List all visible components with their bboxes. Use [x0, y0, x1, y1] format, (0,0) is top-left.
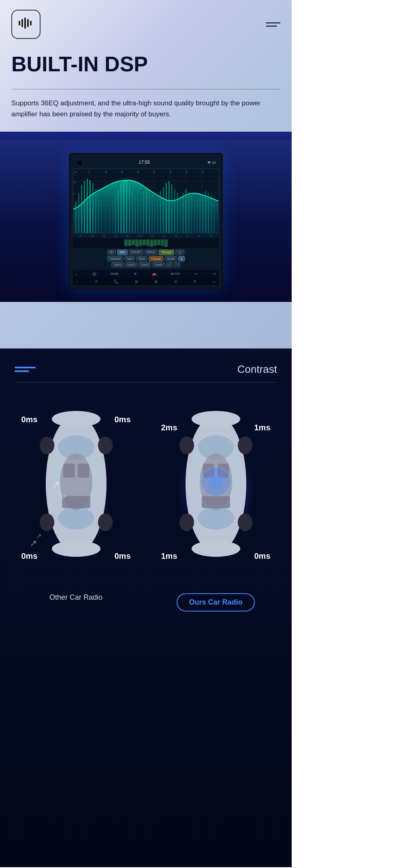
svg-rect-26 — [101, 199, 102, 233]
svg-text:20: 20 — [75, 171, 77, 173]
bottom-section: Contrast 0ms 0ms 0ms 0ms — [0, 348, 292, 867]
vol-down-icon[interactable]: ♪− — [212, 280, 216, 284]
screen-inner: ◀ 17:55 ≋ ▭ — [70, 154, 221, 288]
svg-text:↗: ↗ — [52, 479, 60, 490]
logo-icon — [18, 15, 34, 34]
eq-labels: 24 36 45 65 80 111 13 14 39 47 57 45 — [73, 233, 219, 238]
bbe-btn[interactable]: BBE — [117, 250, 128, 255]
svg-rect-58 — [191, 195, 192, 233]
reset-btn[interactable]: Reset — [164, 256, 177, 261]
classical-btn[interactable]: Classical — [107, 256, 123, 261]
svg-rect-57 — [188, 192, 189, 233]
svg-text:→: → — [76, 506, 83, 514]
vol-up-icon[interactable]: ♪+ — [212, 272, 216, 276]
svg-text:0: 0 — [73, 193, 75, 195]
svg-point-109 — [179, 513, 194, 531]
svg-point-84 — [52, 411, 100, 427]
car-icon: 🚗 — [152, 272, 156, 276]
jazz-btn[interactable]: Jazz — [124, 256, 135, 261]
screen-topbar: ◀ 17:55 ≋ ▭ — [73, 158, 219, 167]
svg-rect-45 — [154, 197, 156, 233]
dts-btn[interactable]: dts — [107, 250, 116, 255]
subtitle: Supports 36EQ adjustment, and the ultra-… — [0, 98, 292, 120]
svg-point-91 — [98, 436, 113, 454]
svg-rect-48 — [163, 187, 164, 233]
our-car-wrapper: 2ms 1ms 1ms 0ms — [161, 399, 271, 585]
svg-rect-55 — [182, 193, 184, 233]
car-interior: ◀ 17:55 ≋ ▭ — [0, 140, 292, 302]
other-top-right-time: 0ms — [114, 415, 130, 424]
svg-rect-39 — [137, 198, 139, 233]
dual-label: DUAL — [111, 272, 119, 276]
svg-rect-54 — [180, 196, 181, 233]
top-section: BUILT-IN DSP Supports 36EQ adjustment, a… — [0, 0, 292, 348]
svg-point-102 — [192, 541, 240, 557]
dolby-btn[interactable]: DOLBY — [129, 250, 143, 255]
svg-point-110 — [238, 513, 252, 531]
srs-btn[interactable]: SRS⊙ — [145, 250, 158, 255]
rock-btn[interactable]: Rock — [136, 256, 147, 261]
on-btn[interactable]: ● — [178, 256, 185, 261]
svg-rect-42 — [146, 189, 147, 233]
svg-point-101 — [192, 411, 240, 427]
menu-button[interactable] — [266, 22, 280, 27]
title-divider — [11, 89, 280, 90]
back-icon[interactable]: ← — [75, 280, 79, 284]
dsp-row-1: dts BBE DOLBY SRS⊙ Through ◁▷ — [74, 250, 218, 255]
svg-rect-29 — [109, 203, 111, 233]
minus-btn[interactable]: − — [174, 262, 180, 267]
svg-rect-44 — [152, 194, 153, 233]
snowflake-icon[interactable]: ❄ — [134, 272, 137, 276]
home-icon[interactable]: ⌂ — [75, 272, 77, 276]
svg-rect-0 — [19, 21, 20, 26]
svg-rect-51 — [171, 184, 173, 233]
our-car-label-btn[interactable]: Ours Car Radio — [177, 593, 254, 611]
auto-label: AUTO — [171, 272, 180, 276]
power-icon[interactable]: ⏻ — [92, 272, 96, 276]
svg-point-85 — [52, 541, 100, 557]
svg-rect-40 — [140, 196, 141, 233]
svg-rect-20 — [84, 181, 85, 233]
plus-btn[interactable]: + — [166, 262, 173, 267]
svg-point-90 — [40, 436, 54, 454]
svg-rect-24 — [95, 189, 96, 233]
back-arrow: ◀ — [76, 158, 81, 166]
user1-btn[interactable]: User1 — [111, 262, 124, 267]
zero-right: 0 — [194, 280, 196, 283]
our-car-svg — [175, 407, 256, 561]
other-bottom-right-time: 0ms — [114, 552, 130, 561]
screen-time: 17:55 — [139, 160, 150, 165]
svg-rect-41 — [143, 192, 144, 233]
through-btn[interactable]: Through — [159, 250, 174, 255]
svg-rect-53 — [177, 193, 178, 233]
phone-icon[interactable]: 📞 — [114, 280, 118, 284]
svg-rect-23 — [92, 183, 94, 233]
svg-rect-52 — [174, 189, 175, 233]
svg-rect-22 — [90, 180, 91, 233]
user2-btn[interactable]: User2 — [125, 262, 138, 267]
contrast-divider — [15, 382, 277, 383]
arrow-icon[interactable]: ↩ — [194, 272, 198, 276]
zero-left: 0 — [96, 280, 97, 283]
svg-rect-32 — [117, 189, 119, 233]
svg-point-92 — [40, 513, 54, 531]
svg-rect-25 — [98, 195, 99, 233]
svg-rect-87 — [63, 464, 75, 478]
svg-text:35: 35 — [185, 171, 188, 173]
svg-rect-30 — [112, 200, 113, 233]
title-area: BUILT-IN DSP — [0, 49, 292, 89]
our-bottom-right-time: 0ms — [254, 552, 270, 561]
user5-btn[interactable]: User5 — [152, 262, 165, 267]
svg-point-100 — [198, 507, 234, 530]
svg-rect-63 — [205, 191, 206, 233]
svg-rect-46 — [157, 195, 158, 233]
svg-point-112 — [209, 475, 223, 489]
svg-rect-49 — [166, 183, 167, 233]
vol-up-btn[interactable]: ◁▷ — [175, 250, 184, 255]
other-car-svg: ↗ ↗ → — [36, 407, 117, 561]
air-icon: ≋ — [174, 280, 177, 284]
svg-text:20: 20 — [73, 181, 76, 183]
user3-btn[interactable]: User3 — [139, 262, 151, 267]
contrast-header: Contrast — [0, 348, 292, 382]
popular-btn[interactable]: Popular — [149, 256, 163, 261]
